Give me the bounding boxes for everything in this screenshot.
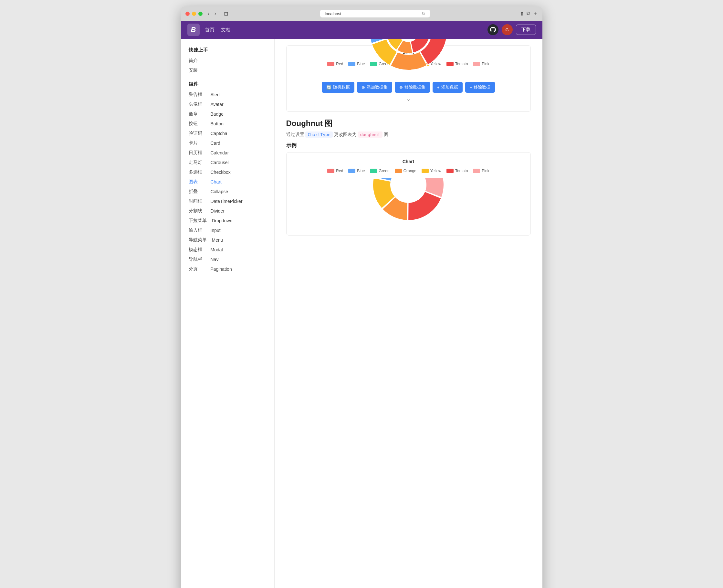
sidebar-item-datetimepicker[interactable]: 时间框 DateTimePicker — [181, 196, 274, 206]
gitee-icon[interactable]: G — [502, 24, 513, 35]
legend2-pink-label: Pink — [482, 169, 489, 173]
sidebar-divider-en: Divider — [211, 208, 225, 213]
sidebar-avatar-zh: 头像框 — [189, 102, 206, 107]
chart2-legend: Red Blue Green — [293, 169, 524, 173]
sidebar-item-button[interactable]: 按钮 Button — [181, 119, 274, 129]
sidebar-item-menu[interactable]: 导航菜单 Menu — [181, 235, 274, 245]
sidebar-button-en: Button — [211, 121, 224, 126]
sidebar-item-checkbox[interactable]: 多选框 Checkbox — [181, 167, 274, 177]
remove-data-button[interactable]: − 移除数据 — [465, 82, 495, 93]
chart-controls: 🔄 随机数据 ⊕ 添加数据集 ⊖ 移除数据集 — [293, 82, 524, 93]
maximize-button[interactable] — [198, 12, 203, 16]
legend2-pink: Pink — [473, 169, 489, 173]
reload-icon[interactable]: ↻ — [422, 11, 425, 16]
address-bar[interactable]: localhost ↻ — [320, 10, 430, 18]
chart-svg-container-1b — [293, 39, 524, 77]
sidebar-input-en: Input — [211, 228, 221, 233]
sidebar-item-dropdown[interactable]: 下拉菜单 Dropdown — [181, 216, 274, 226]
sidebar-item-modal[interactable]: 模态框 Modal — [181, 245, 274, 255]
sidebar-item-nav[interactable]: 导航栏 Nav — [181, 255, 274, 264]
legend-blue: Blue — [348, 62, 365, 66]
sidebar-item-install[interactable]: 安装 — [181, 66, 274, 75]
random-data-button[interactable]: 🔄 随机数据 — [322, 82, 355, 93]
share-button[interactable]: ⬆ — [520, 10, 524, 17]
random-label: 随机数据 — [333, 84, 350, 90]
sidebar-item-divider[interactable]: 分割线 Divider — [181, 206, 274, 216]
forward-button[interactable]: › — [213, 10, 218, 17]
sidebar-item-input[interactable]: 输入框 Input — [181, 226, 274, 235]
sidebar-menu-zh: 导航菜单 — [189, 237, 207, 243]
legend-pink-dot — [473, 62, 480, 66]
sidebar-intro-zh: 简介 — [189, 58, 206, 64]
sidebar-item-chart[interactable]: 图表 Chart — [181, 177, 274, 187]
url-text: localhost — [325, 11, 341, 16]
legend2-yellow: Yellow — [422, 169, 441, 173]
back-button[interactable]: ‹ — [206, 10, 211, 17]
legend2-yellow-dot — [422, 169, 429, 173]
sidebar-card-zh: 卡片 — [189, 140, 206, 146]
legend2-orange-dot — [395, 169, 402, 173]
sidebar-dropdown-en: Dropdown — [212, 218, 233, 223]
close-button[interactable] — [186, 12, 190, 16]
tab-toggle-button[interactable]: ⊡ — [221, 10, 231, 18]
sidebar-item-collapse[interactable]: 折叠 Collapse — [181, 187, 274, 196]
doughnut-desc: 通过设置 ChartType 更改图表为 doughnut 图 — [286, 132, 531, 138]
expand-row[interactable]: ⌄ — [293, 93, 524, 105]
sidebar-captcha-en: Captcha — [211, 131, 228, 136]
add-dataset-icon: ⊕ — [362, 85, 365, 90]
components-section-title: 组件 — [181, 79, 274, 90]
github-icon[interactable] — [488, 24, 498, 35]
sidebar-input-zh: 输入框 — [189, 228, 206, 233]
chart-svg-container-2 — [293, 178, 524, 224]
remove-dataset-icon: ⊖ — [399, 85, 403, 90]
sidebar-item-carousel[interactable]: 走马灯 Carousel — [181, 158, 274, 167]
nav-docs[interactable]: 文档 — [221, 27, 231, 33]
nav-home[interactable]: 首页 — [205, 27, 214, 33]
sidebar-menu-en: Menu — [212, 237, 223, 243]
example-label: 示例 — [286, 142, 531, 149]
remove-data-icon: − — [470, 85, 472, 90]
add-tab-button[interactable]: ＋ — [533, 10, 538, 17]
download-button[interactable]: 下载 — [516, 24, 536, 35]
legend2-orange: Orange — [395, 169, 417, 173]
sidebar-checkbox-zh: 多选框 — [189, 169, 206, 175]
legend-red-label: Red — [336, 62, 343, 66]
logo-text: B — [191, 25, 196, 34]
chart2-title: Chart — [293, 159, 524, 164]
add-data-icon: + — [437, 85, 440, 90]
sidebar-datetimepicker-zh: 时间框 — [189, 198, 206, 204]
charttype-tag: ChartType — [305, 131, 333, 138]
doughnut-chart-preview — [363, 178, 453, 224]
new-tab-button[interactable]: ⧉ — [527, 10, 530, 17]
add-dataset-button[interactable]: ⊕ 添加数据集 — [357, 82, 392, 93]
remove-dataset-label: 移除数据集 — [404, 84, 425, 90]
sidebar-item-intro[interactable]: 简介 — [181, 56, 274, 66]
sidebar-carousel-en: Carousel — [211, 160, 229, 165]
minimize-button[interactable] — [192, 12, 196, 16]
sidebar-item-alert[interactable]: 警告框 Alert — [181, 90, 274, 100]
sidebar-item-pagination[interactable]: 分页 Pagination — [181, 264, 274, 274]
remove-dataset-button[interactable]: ⊖ 移除数据集 — [395, 82, 430, 93]
sidebar-item-badge[interactable]: 徽章 Badge — [181, 109, 274, 119]
sidebar-nav-en: Nav — [211, 257, 219, 262]
add-data-button[interactable]: + 添加数据 — [432, 82, 463, 93]
sidebar-install-zh: 安装 — [189, 67, 206, 74]
sidebar: 快速上手 简介 安装 组件 警告框 Alert 头像框 Avatar 徽章 — [181, 39, 275, 588]
sidebar-item-card[interactable]: 卡片 Card — [181, 138, 274, 148]
address-bar-container: localhost ↻ — [234, 10, 516, 18]
sidebar-calendar-zh: 日历框 — [189, 150, 206, 156]
sidebar-pagination-en: Pagination — [211, 267, 232, 272]
legend-tomato-label: Tomato — [455, 62, 468, 66]
add-dataset-label: 添加数据集 — [367, 84, 388, 90]
sidebar-button-zh: 按钮 — [189, 121, 206, 127]
sidebar-item-captcha[interactable]: 验证码 Captcha — [181, 129, 274, 138]
sidebar-item-avatar[interactable]: 头像框 Avatar — [181, 100, 274, 109]
logo-box: B — [187, 24, 200, 36]
sidebar-checkbox-en: Checkbox — [211, 170, 231, 175]
sidebar-item-calendar[interactable]: 日历框 Calendar — [181, 148, 274, 158]
sidebar-badge-en: Badge — [211, 111, 224, 117]
app-header: B 首页 文档 G 下载 — [181, 21, 543, 39]
quick-start-section-title: 快速上手 — [181, 45, 274, 56]
sidebar-carousel-zh: 走马灯 — [189, 160, 206, 165]
legend2-tomato-label: Tomato — [455, 169, 468, 173]
